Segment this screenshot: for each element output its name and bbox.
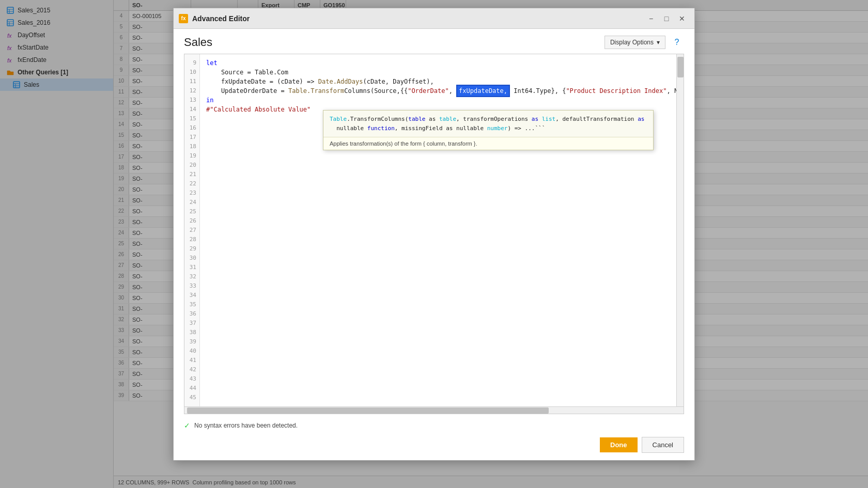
vertical-scrollbar[interactable]	[676, 54, 684, 406]
code-line	[206, 263, 676, 272]
code-line	[206, 272, 676, 281]
scroll-thumb-v[interactable]	[677, 57, 684, 77]
line-number: 39	[184, 337, 199, 347]
maximize-button[interactable]: □	[659, 12, 674, 25]
line-number: 26	[184, 216, 199, 226]
code-line: let	[206, 58, 676, 68]
cancel-button[interactable]: Cancel	[642, 437, 684, 453]
status-bar: ✓ No syntax errors have been detected.	[174, 418, 694, 433]
code-line	[206, 319, 676, 328]
code-line	[206, 226, 676, 235]
code-line	[206, 393, 676, 402]
code-line	[206, 179, 676, 188]
advanced-editor-dialog: fx Advanced Editor − □ ✕ Sales Display O…	[173, 8, 695, 461]
help-icon: ?	[675, 38, 679, 47]
line-number: 22	[184, 179, 199, 188]
line-number: 9	[184, 58, 199, 68]
dialog-icon-text: fx	[181, 15, 186, 21]
line-number: 34	[184, 291, 199, 300]
line-number: 18	[184, 142, 199, 151]
line-number: 33	[184, 281, 199, 291]
display-options-button[interactable]: Display Options ▾	[605, 36, 665, 49]
code-line: UpdateOrderDate = Table.TransformColumns…	[206, 86, 676, 96]
code-editor[interactable]: Table.TransformColumns(table as table, t…	[184, 54, 684, 414]
code-line	[206, 328, 676, 337]
line-number: 24	[184, 198, 199, 207]
code-line	[206, 374, 676, 384]
line-number: 44	[184, 384, 199, 393]
code-line	[206, 235, 676, 244]
line-number: 40	[184, 347, 199, 356]
code-line	[206, 337, 676, 347]
line-number: 16	[184, 123, 199, 133]
line-number: 17	[184, 133, 199, 142]
line-number: 14	[184, 105, 199, 114]
code-line	[206, 151, 676, 161]
dialog-header-row: Sales Display Options ▾ ?	[174, 29, 694, 54]
line-number: 19	[184, 151, 199, 161]
line-number: 27	[184, 226, 199, 235]
line-numbers: 9101112131415161718192021222324252627282…	[184, 54, 200, 406]
code-line	[206, 347, 676, 356]
code-line	[206, 244, 676, 254]
line-number: 38	[184, 328, 199, 337]
line-number: 35	[184, 300, 199, 309]
code-line: fxUpdateDate = (cDate) => Date.AddDays(c…	[206, 77, 676, 86]
display-options-label: Display Options	[610, 39, 654, 46]
minimize-button[interactable]: −	[644, 12, 658, 25]
line-number: 30	[184, 254, 199, 263]
code-line	[206, 170, 676, 179]
code-line	[206, 207, 676, 216]
line-number: 31	[184, 263, 199, 272]
code-area[interactable]: 9101112131415161718192021222324252627282…	[184, 54, 684, 406]
dialog-footer: Done Cancel	[174, 433, 694, 460]
code-line	[206, 188, 676, 198]
line-number: 37	[184, 319, 199, 328]
autocomplete-popup: Table.TransformColumns(table as table, t…	[323, 110, 654, 150]
chevron-down-icon: ▾	[657, 39, 660, 46]
line-number: 32	[184, 272, 199, 281]
scroll-thumb-h[interactable]	[187, 407, 549, 414]
code-line: in	[206, 96, 676, 105]
dialog-title: Advanced Editor	[192, 14, 643, 23]
dialog-body: Sales Display Options ▾ ? Table.Transfor…	[174, 29, 694, 460]
line-number: 45	[184, 393, 199, 402]
line-number: 23	[184, 188, 199, 198]
autocomplete-signature: Table.TransformColumns(table as table, t…	[323, 111, 653, 137]
query-name-label: Sales	[184, 36, 605, 49]
line-number: 20	[184, 161, 199, 170]
code-line	[206, 198, 676, 207]
line-number: 42	[184, 365, 199, 374]
code-line	[206, 254, 676, 263]
code-line	[206, 384, 676, 393]
line-number: 12	[184, 86, 199, 96]
code-line	[206, 291, 676, 300]
line-number: 28	[184, 235, 199, 244]
line-number: 41	[184, 356, 199, 365]
code-content[interactable]: let Source = Table.Com fxUpdateDate = (c…	[200, 54, 676, 406]
horizontal-scrollbar[interactable]	[184, 406, 684, 414]
check-icon: ✓	[184, 421, 190, 430]
dialog-titlebar: fx Advanced Editor − □ ✕	[174, 8, 694, 29]
code-line	[206, 365, 676, 374]
code-line	[206, 300, 676, 309]
status-message: No syntax errors have been detected.	[194, 422, 298, 429]
line-number: 11	[184, 77, 199, 86]
code-line	[206, 161, 676, 170]
line-number: 21	[184, 170, 199, 179]
done-button[interactable]: Done	[600, 437, 638, 452]
line-number: 10	[184, 68, 199, 77]
code-line	[206, 281, 676, 291]
dialog-overlay: fx Advanced Editor − □ ✕ Sales Display O…	[0, 0, 868, 488]
help-button[interactable]: ?	[670, 35, 684, 50]
code-line	[206, 356, 676, 365]
line-number: 15	[184, 114, 199, 123]
close-button[interactable]: ✕	[675, 12, 689, 25]
line-number: 25	[184, 207, 199, 216]
line-number: 29	[184, 244, 199, 254]
code-line	[206, 216, 676, 226]
line-number: 43	[184, 374, 199, 384]
code-line: Source = Table.Com	[206, 68, 676, 77]
autocomplete-description: Applies transformation(s) of the form { …	[323, 137, 653, 150]
code-line	[206, 309, 676, 319]
